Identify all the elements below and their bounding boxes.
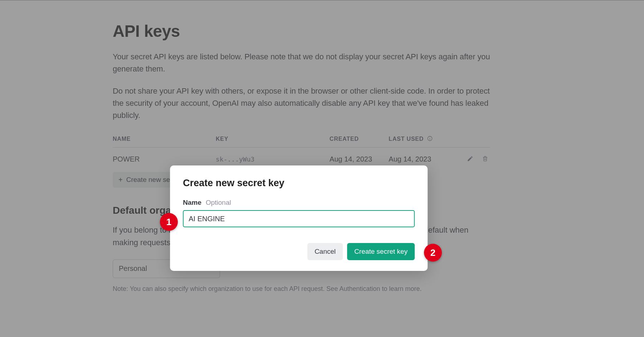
name-field-hint: Optional <box>206 199 231 207</box>
annotation-step-1: 1 <box>160 213 178 231</box>
name-field-row: Name Optional <box>183 199 415 207</box>
key-name-input[interactable] <box>183 210 415 227</box>
create-key-modal: Create new secret key Name Optional Canc… <box>170 165 428 271</box>
modal-actions: Cancel Create secret key <box>183 243 415 260</box>
name-field-label: Name <box>183 199 201 207</box>
cancel-button[interactable]: Cancel <box>307 243 343 260</box>
create-secret-key-button[interactable]: Create secret key <box>347 243 415 260</box>
annotation-step-2: 2 <box>424 244 442 262</box>
modal-title: Create new secret key <box>183 178 415 189</box>
